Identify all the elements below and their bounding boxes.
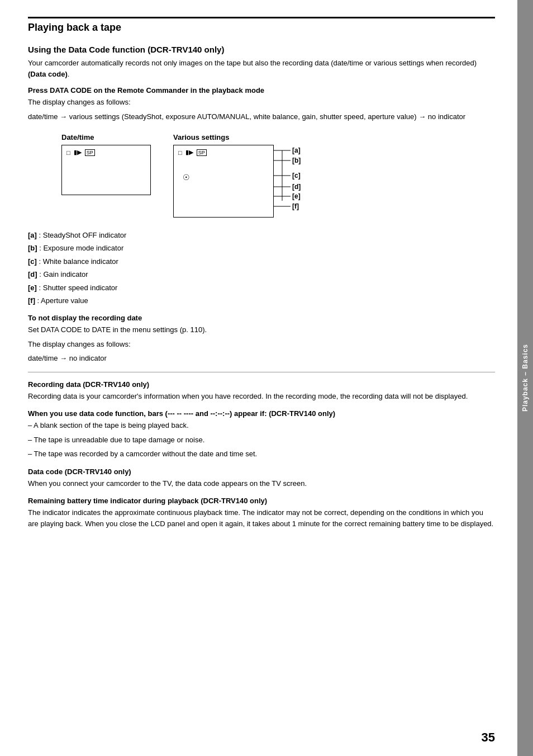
recording-section-title: Recording data (DCR-TRV140 only) — [28, 380, 495, 389]
svg-text:[b]: [b] — [292, 157, 301, 164]
subsection1-title: Press DATA CODE on the Remote Commander … — [28, 86, 495, 94]
steadyshot-icon-area: ☉ — [183, 173, 269, 182]
diagram-various-label: Various settings — [173, 133, 229, 141]
page-header: Playing back a tape — [28, 17, 495, 34]
intro-end: . — [68, 70, 70, 78]
camera-icon-date: □ — [66, 149, 70, 156]
indicator-f: [f] : Aperture value — [28, 294, 495, 307]
battery-section-title: Remaining battery time indicator during … — [28, 497, 495, 505]
bracket-svg: [a] [b] [c] [d] [e] [f] — [274, 145, 341, 218]
sidebar-tab-label: Playback – Basics — [521, 344, 529, 412]
sp-icon-various: SP — [197, 149, 207, 156]
battery-icon-various: ▮▶ — [185, 149, 193, 156]
sp-icon-date: SP — [85, 149, 95, 156]
divider-1 — [28, 372, 495, 372]
various-screen-area: □ ▮▶ SP ☉ — [173, 145, 274, 218]
steadyshot-symbol: ☉ — [183, 173, 190, 182]
screen-date-box: □ ▮▶ SP — [61, 145, 151, 195]
datacode-section-body: When you connect your camcorder to the T… — [28, 478, 495, 489]
datacode-section-title: Data code (DCR-TRV140 only) — [28, 467, 495, 476]
subsection2-body2: The display changes as follows: — [28, 339, 495, 350]
page-header-title: Playing back a tape — [28, 22, 121, 33]
diagram-date-label: Date/time — [61, 133, 94, 141]
section-title: Using the Data Code function (DCR-TRV140… — [28, 45, 495, 54]
indicator-b: [b] : Exposure mode indicator — [28, 242, 495, 254]
recording-section-body: Recording data is your camcorder's infor… — [28, 391, 495, 402]
subsection2-body3: date/time → no indicator — [28, 353, 495, 364]
indicators-list: [a] : SteadyShot OFF indicator [b] : Exp… — [28, 229, 495, 307]
bracket-line-area: □ ▮▶ SP ☉ — [173, 145, 341, 218]
battery-section-body: The indicator indicates the approximate … — [28, 507, 495, 529]
intro-paragraph: Your camcorder automatically records not… — [28, 58, 495, 79]
diagrams-row: Date/time □ ▮▶ SP Various settings — [61, 133, 495, 218]
subsection2-title: To not display the recording date — [28, 314, 495, 322]
screen-various-box: □ ▮▶ SP ☉ — [173, 145, 274, 218]
svg-text:[d]: [d] — [292, 183, 301, 191]
svg-text:[f]: [f] — [292, 202, 299, 210]
subsection1-body1: The display changes as follows: — [28, 97, 495, 108]
screen-various-icons: □ ▮▶ SP — [178, 149, 269, 156]
battery-icon-date: ▮▶ — [74, 149, 82, 156]
camera-icon-various: □ — [178, 149, 182, 156]
bars-item-3: – The tape was recorded by a camcorder w… — [28, 448, 495, 460]
diagram-various-block: Various settings □ ▮▶ SP ☉ — [173, 133, 341, 218]
svg-text:[e]: [e] — [292, 192, 301, 200]
intro-bold: (Data code) — [28, 70, 68, 78]
screen-date-icons: □ ▮▶ SP — [66, 149, 95, 156]
page-number: 35 — [482, 730, 495, 745]
svg-text:[c]: [c] — [292, 172, 301, 179]
indicator-d: [d] : Gain indicator — [28, 268, 495, 281]
svg-text:[a]: [a] — [292, 147, 301, 154]
sidebar-tab: Playback – Basics — [517, 0, 533, 756]
intro-text: Your camcorder automatically records not… — [28, 59, 477, 67]
subsection2-body1: Set DATA CODE to DATE in the menu settin… — [28, 324, 495, 336]
page-container: Playing back a tape Using the Data Code … — [0, 0, 533, 756]
indicator-c: [c] : White balance indicator — [28, 255, 495, 268]
bars-item-2: – The tape is unreadable due to tape dam… — [28, 434, 495, 446]
bars-item-1: – A blank section of the tape is being p… — [28, 420, 495, 431]
diagram-date-block: Date/time □ ▮▶ SP — [61, 133, 151, 195]
indicator-e: [e] : Shutter speed indicator — [28, 281, 495, 294]
subsection1-body2: date/time → various settings (SteadyShot… — [28, 111, 495, 122]
main-content: Playing back a tape Using the Data Code … — [0, 0, 517, 756]
indicator-a: [a] : SteadyShot OFF indicator — [28, 229, 495, 242]
bars-section-title: When you use data code function, bars (-… — [28, 409, 495, 418]
